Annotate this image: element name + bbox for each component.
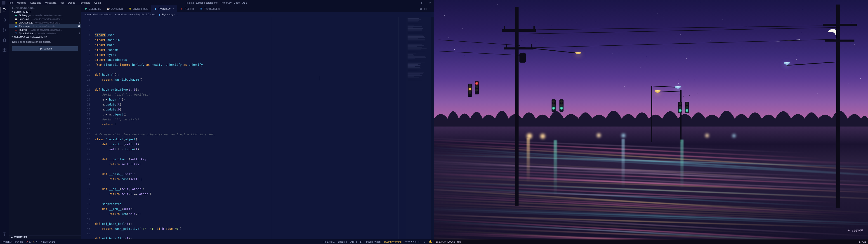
editor-tab[interactable]: TSTypeScript.ts [197, 5, 223, 12]
sb-feedback-icon[interactable]: ☺ [423, 240, 426, 243]
star [636, 89, 636, 89]
tab-close-icon[interactable]: × [173, 7, 175, 10]
menu-help[interactable]: Guida [92, 0, 103, 5]
star [783, 52, 783, 53]
activity-scm-icon[interactable] [2, 28, 7, 33]
activity-search-icon[interactable] [2, 18, 7, 23]
editor-tab[interactable]: ◈Ruby.rb [178, 5, 197, 12]
star [595, 21, 596, 21]
code-content[interactable]: import jsonimport hashlibimport mathimpo… [93, 17, 406, 239]
sb-encoding[interactable]: UTF-8 [350, 240, 357, 243]
svg-rect-6 [3, 50, 4, 52]
editor-tab[interactable]: ⬢Golang.go [81, 5, 104, 12]
sb-problems[interactable]: ⊘ 33 ⚠ 7 [26, 240, 37, 243]
file-path: ~/.vscode-oss/extensions/teab... [29, 29, 62, 31]
file-type-icon: JS [14, 22, 18, 24]
sb-formatting[interactable]: Formatting: ✘ [405, 240, 420, 243]
menu-edit[interactable]: Modifica [15, 0, 28, 5]
open-editor-item[interactable]: ☕Java.java~/.vscode-oss/extensions/tea..… [9, 17, 81, 21]
editor-area: ⬢Golang.go☕Java.javaJSJavaScript.js◆Pyth… [81, 5, 434, 239]
window-minimize-button[interactable]: — [411, 0, 418, 5]
editor-tab[interactable]: JSJavaScript.js [126, 5, 151, 12]
open-editor-item[interactable]: TSTypeScript.ts~/.vscode-oss/extens...9 [9, 32, 81, 35]
star [825, 16, 825, 16]
breadcrumb[interactable]: home›dani›vscode-o...›extensions›teabyii… [81, 12, 434, 17]
error-count: 33 [29, 240, 31, 243]
code-line: self.l = tuple(l) [95, 147, 406, 152]
open-folder-button[interactable]: Apri cartella [12, 46, 78, 51]
sb-python-interpreter[interactable]: Python 3.7.4 64-bit [2, 240, 23, 243]
activity-extensions-icon[interactable] [2, 48, 7, 53]
sb-cursor-pos[interactable]: Ri 1, col 1 [323, 240, 335, 243]
star [539, 56, 539, 56]
vertical-scrollbar[interactable] [431, 17, 434, 239]
section-open-editors[interactable]: ▼ EDITOR APERTI [9, 10, 81, 13]
editor-tab[interactable]: ◆Python.py× [151, 5, 177, 12]
breadcrumb-segment[interactable]: Python.py [162, 13, 173, 16]
compare-changes-icon[interactable]: ⧉ [420, 7, 422, 10]
star [532, 94, 533, 94]
breadcrumb-segment[interactable]: ... [176, 13, 178, 16]
menu-selection[interactable]: Selezione [28, 0, 43, 5]
breadcrumb-segment[interactable]: vscode-o... [100, 13, 113, 16]
star [483, 56, 483, 57]
section-outline[interactable]: ▶ STRUTTURA [9, 236, 81, 239]
breadcrumb-segment[interactable]: test [152, 13, 156, 16]
open-editor-item[interactable]: ⬢Golang.go~/.vscode-oss/extensions/tea..… [9, 13, 81, 17]
menu-view[interactable]: Visualizza [43, 0, 58, 5]
code-line [95, 127, 406, 132]
window-close-button[interactable]: ✕ [426, 0, 434, 5]
street-glow [540, 134, 545, 139]
sb-eol[interactable]: LF [360, 240, 363, 243]
sb-live-share[interactable]: ⇪ Live Share [40, 240, 55, 243]
breadcrumb-segment[interactable]: teabyii.ayu-0.18.0 [129, 13, 149, 16]
file-badge: 1 [79, 22, 80, 24]
menu-go[interactable]: Vai [58, 0, 66, 5]
breadcrumb-segment[interactable]: extensions [115, 13, 127, 16]
menu-debug[interactable]: Debug [66, 0, 77, 5]
svg-point-3 [5, 30, 6, 30]
breadcrumb-segment[interactable]: home [85, 13, 91, 16]
sb-notifications-icon[interactable]: 🔔 [429, 240, 432, 243]
traffic-light [678, 102, 682, 113]
split-editor-icon[interactable]: ◫ [424, 7, 427, 10]
sb-tslint[interactable]: TSLint: Warning [384, 240, 401, 243]
star [454, 49, 455, 50]
bird-icon: ⌄ [688, 94, 690, 96]
star [604, 18, 604, 18]
activity-explorer-icon[interactable] [2, 8, 7, 13]
sb-indent[interactable]: Spazi: 4 [338, 240, 347, 243]
open-editor-item[interactable]: JSJavaScript.js~/.vscode-oss/extensio...… [9, 21, 81, 24]
code-line: @deprecated [95, 202, 406, 207]
file-type-icon: TS [14, 32, 18, 35]
sb-language[interactable]: MagicPython [366, 240, 381, 243]
svg-rect-7 [4, 50, 6, 52]
code-line: return self.l == other.l [95, 191, 406, 196]
open-editor-item[interactable]: ◆Python.py~/.vscode-oss/extension... [9, 24, 81, 28]
open-editor-item[interactable]: ◈Ruby.rb~/.vscode-oss/extensions/teab... [9, 28, 81, 32]
star [543, 37, 544, 38]
section-no-folder[interactable]: ▼ NESSUNA CARTELLA APERTA [9, 35, 81, 39]
editor-tab[interactable]: ☕Java.java [104, 5, 126, 12]
status-bar: Python 3.7.4 64-bit ⊘ 33 ⚠ 7 ⇪ Live Shar… [0, 239, 434, 244]
activity-debug-icon[interactable] [2, 37, 7, 42]
menu-terminal[interactable]: Terminale [77, 0, 92, 5]
window-maximize-button[interactable]: ▢ [418, 0, 426, 5]
star [448, 37, 449, 38]
file-name: Golang.go [19, 14, 31, 17]
star [596, 22, 596, 22]
minimap[interactable] [406, 17, 431, 239]
code-line: def __init__(self, l): [95, 142, 406, 147]
star [847, 42, 847, 42]
breadcrumb-segment[interactable]: dani [93, 13, 98, 16]
breadcrumb-separator-icon: › [92, 13, 92, 16]
editor-body[interactable]: 1234567891011121314151617181920212223242… [81, 17, 434, 239]
more-actions-icon[interactable]: ⋯ [429, 7, 432, 10]
wallpaper-viewer: ⌄ ⌄ ⌄ ⌄ ⌄ [434, 0, 868, 244]
code-line: import hashlib [95, 37, 406, 42]
star [625, 8, 625, 8]
activity-settings-icon[interactable] [2, 231, 7, 236]
star [715, 80, 715, 81]
transformer [520, 53, 526, 63]
menu-file[interactable]: File [7, 0, 15, 5]
